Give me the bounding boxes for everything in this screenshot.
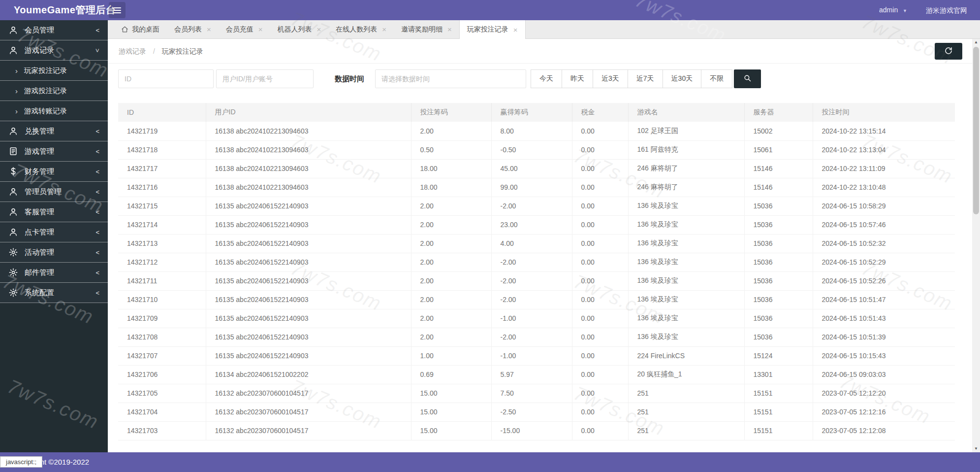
quick-date-button-近7天[interactable]: 近7天 [628, 69, 663, 88]
header-cell-投注筹码: 投注筹码 [411, 103, 491, 122]
table-cell: 0.00 [572, 140, 628, 159]
quick-date-button-不限[interactable]: 不限 [701, 69, 732, 88]
table-cell: 15036 [744, 253, 813, 271]
chevron-collapsed-icon: < [95, 289, 99, 297]
search-button[interactable] [734, 69, 761, 88]
search-icon [743, 74, 752, 84]
table-row[interactable]: 1432171616138 abc202410221309460318.0099… [118, 178, 955, 197]
table-cell: 15124 [744, 346, 813, 365]
table-cell: 2.00 [411, 290, 491, 309]
table-cell: -15.00 [491, 421, 572, 440]
quick-date-button-近3天[interactable]: 近3天 [593, 69, 628, 88]
table-cell: 0.00 [572, 215, 628, 234]
tab-会员充值[interactable]: 会员充值× [219, 20, 270, 38]
date-range-input[interactable] [375, 69, 526, 88]
table-row[interactable]: 1432171416135 abc20240615221409032.0023.… [118, 215, 955, 234]
table-row[interactable]: 1432171116135 abc20240615221409032.00-2.… [118, 271, 955, 290]
tab-close-icon[interactable]: × [513, 26, 518, 34]
table-cell: 2024-10-22 13:11:09 [813, 159, 955, 178]
table-cell: 16135 abc2024061522140903 [206, 309, 411, 328]
table-cell: 16138 abc2024102213094603 [206, 159, 411, 178]
table-cell: 14321708 [118, 328, 206, 346]
sidebar-item-客服管理[interactable]: 客服管理< [0, 202, 108, 222]
date-label: 数据时间 [335, 74, 364, 84]
table-cell: 2023-07-05 12:12:20 [813, 384, 955, 403]
table-cell: 136 埃及珍宝 [628, 309, 744, 328]
tab-close-icon[interactable]: × [207, 26, 211, 33]
sidebar-item-兑换管理[interactable]: 兑换管理< [0, 121, 108, 141]
tab-会员列表[interactable]: 会员列表× [167, 20, 219, 38]
quick-date-button-昨天[interactable]: 昨天 [562, 69, 593, 88]
sidebar-item-点卡管理[interactable]: 点卡管理< [0, 222, 108, 242]
table-cell: 45.00 [491, 159, 572, 178]
sidebar-item-管理员管理[interactable]: 管理员管理< [0, 182, 108, 202]
scrollbar-thumb[interactable] [973, 47, 979, 214]
table-row[interactable]: 1432170916135 abc20240615221409032.00-1.… [118, 309, 955, 328]
sidebar-item-财务管理[interactable]: 财务管理< [0, 162, 108, 182]
breadcrumb-parent: 游戏记录 [119, 47, 146, 55]
table-row[interactable]: 1432171716138 abc202410221309460318.0045… [118, 159, 955, 178]
table-row[interactable]: 1432170716135 abc20240615221409031.00-1.… [118, 346, 955, 365]
table-row[interactable]: 1432171016135 abc20240615221409032.00-2.… [118, 290, 955, 309]
table-cell: 16138 abc2024102213094603 [206, 122, 411, 140]
chevron-collapsed-icon: < [95, 208, 99, 216]
sidebar-item-系统配置[interactable]: 系统配置< [0, 283, 108, 303]
table-row[interactable]: 1432170616134 abc20240615210022020.695.9… [118, 365, 955, 384]
tab-close-icon[interactable]: × [447, 26, 452, 33]
tab-邀请奖励明细[interactable]: 邀请奖励明细× [394, 20, 459, 38]
tab-close-icon[interactable]: × [258, 26, 263, 33]
table-cell: 16135 abc2024061522140903 [206, 346, 411, 365]
table-cell: 161 阿兹特克 [628, 140, 744, 159]
scrollbar-up-arrow[interactable]: ▲ [972, 39, 980, 46]
home-icon [121, 26, 128, 33]
table-cell: 2.00 [411, 122, 491, 140]
vertical-scrollbar[interactable]: ▲ ▼ [972, 39, 980, 452]
sidebar-item-游戏记录[interactable]: 游戏记录< [0, 40, 108, 61]
tab-label: 玩家投注记录 [467, 25, 508, 34]
table-cell: 14321717 [118, 159, 206, 178]
table-cell: 14321711 [118, 271, 206, 290]
quick-date-button-近30天[interactable]: 近30天 [663, 69, 702, 88]
tab-close-icon[interactable]: × [382, 26, 386, 33]
table-cell: 14321709 [118, 309, 206, 328]
sidebar-subitem-游戏转账记录[interactable]: ›游戏转账记录 [0, 101, 108, 121]
scrollbar-down-arrow[interactable]: ▼ [972, 445, 980, 452]
tab-close-icon[interactable]: × [317, 26, 321, 33]
tab-label: 在线人数列表 [336, 25, 377, 34]
table-cell: 2024-06-15 10:15:43 [813, 346, 955, 365]
table-row[interactable]: 1432171816138 abc20241022130946030.50-0.… [118, 140, 955, 159]
sidebar-item-邮件管理[interactable]: 邮件管理< [0, 263, 108, 283]
tab-我的桌面[interactable]: 我的桌面 [114, 20, 167, 38]
id-input[interactable] [118, 69, 214, 88]
table-row[interactable]: 1432171216135 abc20240615221409032.00-2.… [118, 253, 955, 271]
table-row[interactable]: 1432170416132 abc202307060010451715.00-2… [118, 403, 955, 421]
refresh-button[interactable] [935, 43, 962, 60]
table-cell: 14321710 [118, 290, 206, 309]
tab-玩家投注记录[interactable]: 玩家投注记录× [459, 20, 526, 39]
sidebar-subitem-玩家投注记录[interactable]: ›玩家投注记录 [0, 61, 108, 81]
admin-menu[interactable]: admin ▼ [879, 0, 907, 21]
sidebar-item-活动管理[interactable]: 活动管理< [0, 242, 108, 263]
table-cell: 0.00 [572, 421, 628, 440]
site-link[interactable]: 游米游戏官网 [926, 0, 967, 21]
table-row[interactable]: 1432170516132 abc202307060010451715.007.… [118, 384, 955, 403]
table-cell: 251 [628, 403, 744, 421]
sidebar-toggle-button[interactable] [109, 2, 126, 18]
user-icon [8, 45, 18, 55]
table-cell: 20 疯狂捕鱼_1 [628, 365, 744, 384]
sidebar-item-游戏管理[interactable]: 游戏管理< [0, 141, 108, 162]
quick-date-button-今天[interactable]: 今天 [531, 69, 562, 88]
user-id-input[interactable] [216, 69, 314, 88]
sidebar-subitem-游戏投注记录[interactable]: ›游戏投注记录 [0, 81, 108, 101]
table-cell: -2.00 [491, 290, 572, 309]
sidebar-item-会员管理[interactable]: 会员管理< [0, 20, 108, 40]
tab-机器人列表[interactable]: 机器人列表× [270, 20, 329, 38]
table-cell: -0.50 [491, 140, 572, 159]
sidebar-nav: 会员管理<游戏记录<›玩家投注记录›游戏投注记录›游戏转账记录兑换管理<游戏管理… [0, 20, 108, 303]
tab-在线人数列表[interactable]: 在线人数列表× [328, 20, 394, 38]
table-row[interactable]: 1432170816135 abc20240615221409032.00-2.… [118, 328, 955, 346]
table-row[interactable]: 1432170316132 abc202307060010451715.00-1… [118, 421, 955, 440]
table-row[interactable]: 1432171316135 abc20240615221409032.004.0… [118, 234, 955, 253]
table-row[interactable]: 1432171916138 abc20241022130946032.008.0… [118, 122, 955, 140]
table-row[interactable]: 1432171516135 abc20240615221409032.00-2.… [118, 197, 955, 215]
